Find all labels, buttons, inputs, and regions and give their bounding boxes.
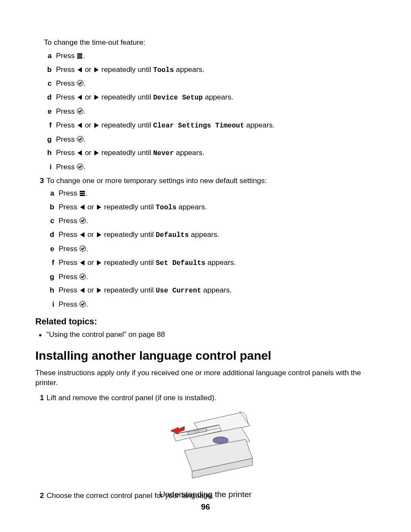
text: repeatedly until (100, 121, 153, 129)
marker-3: 3 (35, 176, 44, 186)
check-icon (79, 273, 86, 280)
right-triangle-icon (96, 232, 102, 238)
mono: Clear Settings Timeout (153, 122, 244, 130)
text: Press (56, 79, 77, 87)
related-item: “Using the control panel” on page 88 (35, 330, 376, 340)
text: appears. (201, 286, 232, 294)
marker-f: f (47, 258, 54, 268)
text: . (84, 79, 86, 87)
step-c: c Press . (47, 216, 376, 226)
related-topics-list: “Using the control panel” on page 88 (35, 330, 376, 340)
check-icon (77, 163, 84, 170)
mono: Set Defaults (156, 259, 206, 267)
text: . (86, 300, 88, 308)
text: Press (56, 52, 77, 60)
menu-icon (79, 190, 85, 196)
text: . (85, 189, 87, 197)
step-i: i Press . (47, 300, 376, 310)
text: or (85, 258, 96, 267)
marker-h: h (47, 286, 54, 296)
text: Press (59, 245, 79, 253)
text: or (83, 65, 93, 74)
text: . (84, 135, 86, 143)
marker-e: e (44, 107, 52, 117)
text: appears. (203, 93, 234, 101)
section-intro: These instructions apply only if you rec… (35, 368, 376, 388)
step-d: d Press or repeatedly until Defaults app… (47, 230, 376, 240)
left-triangle-icon (79, 204, 85, 210)
text: repeatedly until (102, 230, 156, 239)
text: appears. (189, 230, 219, 239)
text: Press (59, 300, 79, 308)
step-g: g Press . (47, 272, 376, 282)
text: . (83, 52, 85, 60)
check-icon (77, 136, 84, 143)
step-c: c Press . (44, 79, 376, 89)
marker-c: c (47, 216, 54, 226)
left-triangle-icon (79, 232, 85, 238)
text: Press (59, 258, 79, 267)
text: Press (56, 135, 77, 143)
text: Press (59, 230, 79, 239)
right-triangle-icon (93, 94, 100, 100)
text: appears. (244, 121, 275, 129)
text: Press (56, 93, 77, 101)
left-triangle-icon (77, 122, 83, 128)
step-a: a Press . (47, 189, 376, 199)
right-triangle-icon (93, 67, 100, 73)
step-b: b Press or repeatedly until Tools appear… (47, 202, 376, 213)
left-triangle-icon (79, 287, 85, 293)
marker-i: i (47, 300, 54, 310)
marker-1: 1 (35, 393, 44, 403)
text: or (83, 149, 93, 157)
text: or (85, 203, 96, 211)
text: appears. (174, 65, 205, 74)
defaults-steps: a Press . b Press or repeatedly until To… (47, 189, 376, 310)
text: Press (56, 121, 77, 129)
text: . (86, 245, 88, 253)
text: or (83, 93, 93, 101)
document-page: To change the time-out feature: a Press … (0, 0, 411, 532)
left-triangle-icon (77, 67, 83, 73)
marker-g: g (44, 135, 52, 145)
left-triangle-icon (79, 260, 85, 266)
text: repeatedly until (102, 286, 156, 294)
marker-a: a (47, 189, 54, 199)
text: Press (59, 217, 79, 225)
text: Press (56, 65, 77, 74)
printer-illustration (47, 408, 376, 484)
timeout-intro: To change the time-out feature: (44, 38, 376, 48)
marker-g: g (47, 272, 54, 282)
mono: Tools (156, 204, 177, 212)
text: . (84, 107, 86, 115)
right-triangle-icon (96, 287, 102, 293)
section-heading: Installing another language control pane… (35, 348, 376, 364)
text: repeatedly until (100, 93, 153, 101)
text: . (86, 273, 88, 281)
footer-page-number: 96 (0, 501, 411, 513)
marker-i: i (44, 162, 52, 172)
marker-d: d (44, 93, 52, 103)
left-triangle-icon (77, 94, 83, 100)
left-triangle-icon (77, 150, 83, 156)
text: appears. (174, 149, 205, 157)
step-g: g Press . (44, 135, 376, 145)
marker-c: c (44, 79, 52, 89)
text: . (86, 217, 88, 225)
footer-title: Understanding the printer (0, 489, 411, 500)
mono: Device Setup (153, 94, 203, 102)
step-f: f Press or repeatedly until Set Defaults… (47, 258, 376, 268)
mono: Use Current (156, 287, 202, 295)
marker-e: e (47, 244, 54, 254)
svg-point-9 (213, 437, 228, 444)
right-triangle-icon (96, 260, 102, 266)
check-icon (79, 245, 86, 252)
text: Press (59, 273, 79, 281)
check-icon (79, 301, 86, 308)
step-e: e Press . (47, 244, 376, 254)
text: Press (56, 149, 77, 157)
related-item-text: “Using the control panel” on page 88 (47, 330, 165, 339)
marker-b: b (44, 65, 52, 75)
text: appears. (206, 258, 236, 267)
right-triangle-icon (96, 204, 102, 210)
